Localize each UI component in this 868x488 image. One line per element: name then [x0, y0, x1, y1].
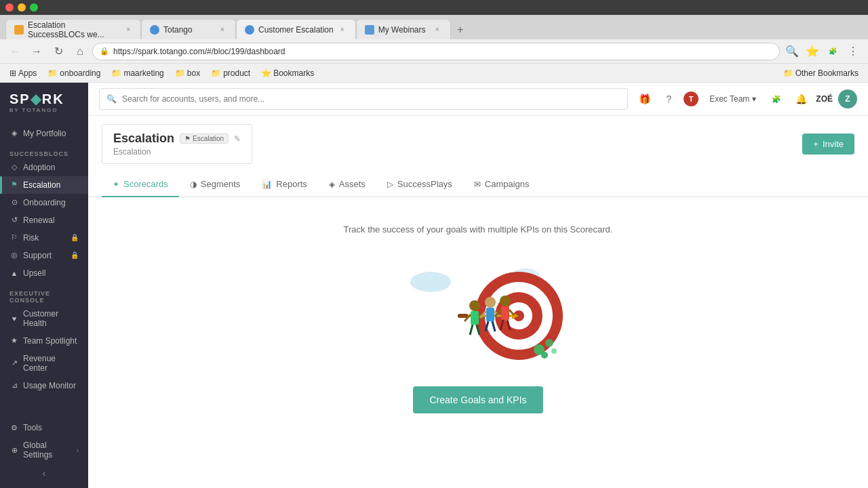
tab-close-3[interactable]: ×: [338, 25, 347, 35]
search-input[interactable]: [122, 94, 620, 104]
bookmark-product[interactable]: 📁 product: [207, 67, 254, 79]
spark-sub-text: BY TOTANGO: [9, 107, 79, 114]
folder-icon-5: 📁: [783, 68, 793, 78]
sidebar-item-renewal[interactable]: ↺ Renewal: [0, 211, 88, 229]
sidebar-item-tools[interactable]: ⚙ Tools: [0, 419, 88, 436]
sidebar-item-portfolio[interactable]: ◈ My Portfolio: [0, 125, 88, 142]
bookmark-bookmarks[interactable]: ⭐ Bookmarks: [257, 67, 318, 79]
edit-icon[interactable]: ✎: [234, 134, 241, 144]
home-button[interactable]: ⌂: [71, 42, 90, 61]
minimize-button[interactable]: [18, 3, 26, 12]
bookmark-box[interactable]: 📁 box: [171, 67, 204, 79]
create-goals-button[interactable]: Create Goals and KPIs: [413, 386, 542, 413]
sidebar-item-support[interactable]: ◎ Support 🔒: [0, 247, 88, 264]
scorecards-icon: ✦: [113, 180, 119, 189]
gift-icon[interactable]: 🎁: [635, 89, 654, 108]
help-icon[interactable]: ?: [659, 89, 678, 108]
apps-label: Apps: [18, 68, 37, 78]
tab-label-4: My Webinars: [378, 25, 426, 35]
header-actions: 🎁 ? T Exec Team ▾ 🧩 🔔 ZOÉ Z: [635, 89, 857, 108]
sidebar-item-adoption[interactable]: ◇ Adoption: [0, 159, 88, 176]
search-icon[interactable]: 🔍: [783, 42, 802, 61]
exec-team-button[interactable]: Exec Team ▾: [704, 92, 762, 106]
bookmark-onboarding[interactable]: 📁 onboarding: [43, 67, 104, 79]
spark-logo-text: SP◆RK: [9, 91, 79, 107]
breadcrumb-pin-icon: ⚑: [184, 135, 191, 142]
close-button[interactable]: [5, 3, 14, 12]
forward-button[interactable]: →: [27, 42, 46, 61]
page-breadcrumb-tag: ⚑ Escalation: [180, 134, 229, 144]
tab-reports[interactable]: 📊 Reports: [251, 172, 318, 197]
new-tab-button[interactable]: +: [451, 20, 470, 39]
extension-icon[interactable]: 🧩: [767, 89, 786, 108]
campaigns-label: Campaigns: [485, 179, 530, 189]
tab-label-3: Customer Escalation: [258, 25, 334, 35]
browser-tab-1[interactable]: Escalation SuccessBLOCs we... ×: [5, 19, 141, 39]
browser-tab-2[interactable]: Totango ×: [141, 19, 236, 39]
successplays-label: SuccessPlays: [397, 179, 452, 189]
address-bar[interactable]: 🔒 https://spark.totango.com/#/bloc/199/d…: [92, 43, 780, 60]
sidebar-collapse-button[interactable]: ‹: [0, 464, 88, 483]
back-button[interactable]: ←: [5, 42, 24, 61]
tab-successplays[interactable]: ▷ SuccessPlays: [376, 172, 463, 197]
extensions-icon[interactable]: 🧩: [823, 42, 842, 61]
sidebar-item-risk[interactable]: ⚐ Risk 🔒: [0, 229, 88, 247]
bookmark-apps[interactable]: ⊞ Apps: [5, 67, 41, 79]
adoption-icon: ◇: [9, 163, 19, 172]
refresh-button[interactable]: ↻: [49, 42, 68, 61]
segments-label: Segments: [201, 179, 241, 189]
campaigns-icon: ✉: [474, 180, 481, 189]
invite-button[interactable]: + Invite: [802, 134, 854, 155]
sidebar-item-team-spotlight[interactable]: ★ Team Spotlight: [0, 332, 88, 350]
tab-campaigns[interactable]: ✉ Campaigns: [463, 172, 540, 197]
svg-rect-17: [486, 308, 494, 321]
tab-close-2[interactable]: ×: [218, 25, 227, 35]
address-text: https://spark.totango.com/#/bloc/199/das…: [113, 47, 285, 56]
star-icon: ⭐: [261, 68, 271, 78]
bookmark-maarketing[interactable]: 📁 maarketing: [107, 67, 167, 79]
successblocs-section-label: SUCCESSBLOCS: [0, 148, 88, 159]
svg-point-31: [551, 348, 557, 354]
maximize-button[interactable]: [30, 3, 38, 12]
sidebar-item-customer-health[interactable]: ♥ Customer Health: [0, 305, 88, 332]
tab-close-4[interactable]: ×: [433, 25, 442, 35]
revenue-icon: ↗: [9, 359, 19, 368]
tab-close-1[interactable]: ×: [125, 25, 132, 35]
support-lock-icon: 🔒: [71, 251, 79, 259]
app-search-bar[interactable]: 🔍: [99, 88, 628, 110]
global-settings-label: Global Settings: [23, 441, 73, 460]
scorecards-label: Scorecards: [123, 179, 168, 189]
sidebar-item-usage[interactable]: ⊿ Usage Monitor: [0, 377, 88, 394]
exec-console-section: EXECUTIVE CONSOLE ♥ Customer Health ★ Te…: [0, 287, 88, 394]
sidebar-item-revenue[interactable]: ↗ Revenue Center: [0, 350, 88, 377]
folder-icon-3: 📁: [175, 68, 185, 78]
title-bar: [0, 0, 868, 15]
content-area: Escalation ⚑ Escalation ✎ Escalation + I…: [88, 116, 868, 488]
notification-icon[interactable]: 🔔: [791, 89, 810, 108]
browser-tab-3[interactable]: Customer Escalation ×: [236, 19, 356, 39]
browser-tab-4[interactable]: My Webinars ×: [356, 19, 451, 39]
bookmarks-bar: ⊞ Apps 📁 onboarding 📁 maarketing 📁 box 📁…: [0, 64, 868, 83]
svg-line-14: [470, 325, 473, 335]
adoption-label: Adoption: [23, 163, 55, 172]
tab-assets[interactable]: ◈ Assets: [318, 172, 376, 197]
bookmarks-icon[interactable]: ⭐: [803, 42, 822, 61]
user-name: ZOÉ: [816, 94, 833, 104]
sidebar-item-escalation[interactable]: ⚑ Escalation: [0, 176, 88, 194]
sidebar-item-global-settings[interactable]: ⊕ Global Settings ›: [0, 436, 88, 464]
avatar-icon[interactable]: T: [684, 92, 698, 106]
tab-bar: Escalation SuccessBLOCs we... × Totango …: [0, 15, 868, 39]
tab-scorecards[interactable]: ✦ Scorecards: [102, 172, 179, 197]
main-content: 🔍 🎁 ? T Exec Team ▾ 🧩 🔔 ZOÉ Z: [88, 83, 868, 488]
successblocs-section: SUCCESSBLOCS ◇ Adoption ⚑ Escalation ⊙ O…: [0, 148, 88, 282]
sidebar-item-upsell[interactable]: ▲ Upsell: [0, 264, 88, 282]
nav-bar: ← → ↻ ⌂ 🔒 https://spark.totango.com/#/bl…: [0, 39, 868, 64]
sidebar-item-onboarding[interactable]: ⊙ Onboarding: [0, 194, 88, 211]
exec-console-label: EXECUTIVE CONSOLE: [0, 287, 88, 305]
menu-icon[interactable]: ⋮: [844, 42, 863, 61]
global-settings-icon: ⊕: [9, 445, 19, 455]
tab-segments[interactable]: ◑ Segments: [179, 172, 252, 197]
bookmark-other[interactable]: 📁 Other Bookmarks: [779, 67, 863, 79]
folder-icon-2: 📁: [111, 68, 121, 78]
svg-rect-11: [471, 311, 479, 325]
